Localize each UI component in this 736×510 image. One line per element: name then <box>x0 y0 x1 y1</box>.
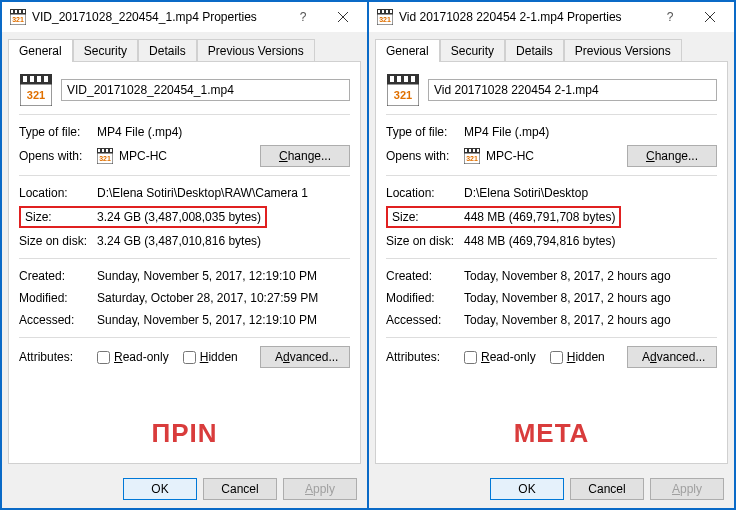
close-button[interactable] <box>690 3 730 31</box>
change-button[interactable]: Change... <box>627 145 717 167</box>
svg-rect-19 <box>106 149 108 152</box>
created-value: Today, November 8, 2017, 2 hours ago <box>464 269 717 283</box>
advanced-button[interactable]: Advanced... <box>627 346 717 368</box>
file-icon: 321 <box>386 74 420 106</box>
mpc-icon: 321 <box>464 148 480 164</box>
type-label: Type of file: <box>19 125 97 139</box>
dialog-footer: OK Cancel Apply <box>2 470 367 508</box>
svg-rect-13 <box>44 76 48 82</box>
svg-rect-11 <box>30 76 34 82</box>
location-label: Location: <box>386 186 464 200</box>
readonly-checkbox[interactable]: Read-only <box>97 350 169 364</box>
mpc-icon: 321 <box>377 9 393 25</box>
change-button[interactable]: Change... <box>260 145 350 167</box>
modified-value: Today, November 8, 2017, 2 hours ago <box>464 291 717 305</box>
hidden-checkbox[interactable]: Hidden <box>550 350 605 364</box>
svg-rect-35 <box>404 76 408 82</box>
svg-rect-12 <box>37 76 41 82</box>
window-title: VID_20171028_220454_1.mp4 Properties <box>32 10 257 24</box>
svg-rect-1 <box>11 10 13 13</box>
opens-with-value: MPC-HC <box>486 149 627 163</box>
svg-rect-36 <box>411 76 415 82</box>
size-value: 3.24 GB (3,487,008,035 bytes) <box>97 206 350 228</box>
attributes-label: Attributes: <box>386 350 464 364</box>
svg-rect-42 <box>473 149 475 152</box>
svg-text:321: 321 <box>27 89 45 101</box>
cancel-button[interactable]: Cancel <box>570 478 644 500</box>
attributes-label: Attributes: <box>19 350 97 364</box>
svg-text:321: 321 <box>394 89 412 101</box>
readonly-checkbox[interactable]: Read-only <box>464 350 536 364</box>
tab-general[interactable]: General <box>8 39 73 62</box>
location-label: Location: <box>19 186 97 200</box>
panel-general: 321 Type of file: MP4 File (.mp4) Opens … <box>8 61 361 464</box>
svg-rect-10 <box>23 76 27 82</box>
ok-button[interactable]: OK <box>123 478 197 500</box>
svg-rect-40 <box>465 149 467 152</box>
size-on-disk-label: Size on disk: <box>19 234 97 248</box>
svg-rect-43 <box>477 149 479 152</box>
filename-input[interactable] <box>428 79 717 101</box>
svg-rect-27 <box>390 10 392 13</box>
file-icon: 321 <box>19 74 53 106</box>
titlebar[interactable]: 321 VID_20171028_220454_1.mp4 Properties… <box>2 2 367 32</box>
svg-rect-26 <box>386 10 388 13</box>
apply-button[interactable]: Apply <box>650 478 724 500</box>
filename-input[interactable] <box>61 79 350 101</box>
help-button[interactable]: ? <box>283 3 323 31</box>
tab-security[interactable]: Security <box>440 39 505 62</box>
svg-rect-24 <box>378 10 380 13</box>
opens-with-label: Opens with: <box>386 149 464 163</box>
svg-rect-17 <box>98 149 100 152</box>
help-button[interactable]: ? <box>650 3 690 31</box>
modified-value: Saturday, October 28, 2017, 10:27:59 PM <box>97 291 350 305</box>
mpc-icon: 321 <box>97 148 113 164</box>
svg-text:321: 321 <box>466 155 478 162</box>
svg-rect-34 <box>397 76 401 82</box>
window-title: Vid 20171028 220454 2-1.mp4 Properties <box>399 10 622 24</box>
apply-button[interactable]: Apply <box>283 478 357 500</box>
hidden-checkbox[interactable]: Hidden <box>183 350 238 364</box>
modified-label: Modified: <box>386 291 464 305</box>
window-controls: ? <box>283 3 363 31</box>
size-on-disk-value: 3.24 GB (3,487,010,816 bytes) <box>97 234 350 248</box>
close-button[interactable] <box>323 3 363 31</box>
tab-security[interactable]: Security <box>73 39 138 62</box>
created-label: Created: <box>386 269 464 283</box>
size-on-disk-label: Size on disk: <box>386 234 464 248</box>
properties-window-right: 321 Vid 20171028 220454 2-1.mp4 Properti… <box>368 1 735 509</box>
svg-rect-33 <box>390 76 394 82</box>
svg-text:321: 321 <box>379 16 391 23</box>
modified-label: Modified: <box>19 291 97 305</box>
tab-details[interactable]: Details <box>505 39 564 62</box>
advanced-button[interactable]: Advanced... <box>260 346 350 368</box>
ok-button[interactable]: OK <box>490 478 564 500</box>
location-value: D:\Elena Sotiri\Desktop\RAW\Camera 1 <box>97 186 350 200</box>
svg-text:321: 321 <box>12 16 24 23</box>
cancel-button[interactable]: Cancel <box>203 478 277 500</box>
size-label: Size: <box>386 206 464 228</box>
titlebar[interactable]: 321 Vid 20171028 220454 2-1.mp4 Properti… <box>369 2 734 32</box>
svg-rect-3 <box>19 10 21 13</box>
accessed-label: Accessed: <box>386 313 464 327</box>
created-value: Sunday, November 5, 2017, 12:19:10 PM <box>97 269 350 283</box>
svg-rect-18 <box>102 149 104 152</box>
accessed-value: Sunday, November 5, 2017, 12:19:10 PM <box>97 313 350 327</box>
tab-previous-versions[interactable]: Previous Versions <box>197 39 315 62</box>
opens-with-label: Opens with: <box>19 149 97 163</box>
svg-text:321: 321 <box>99 155 111 162</box>
created-label: Created: <box>19 269 97 283</box>
panel-general: 321 Type of file: MP4 File (.mp4) Opens … <box>375 61 728 464</box>
size-value: 448 MB (469,791,708 bytes) <box>464 206 717 228</box>
tab-details[interactable]: Details <box>138 39 197 62</box>
size-label: Size: <box>19 206 97 228</box>
properties-window-left: 321 VID_20171028_220454_1.mp4 Properties… <box>1 1 368 509</box>
svg-rect-25 <box>382 10 384 13</box>
tab-previous-versions[interactable]: Previous Versions <box>564 39 682 62</box>
svg-rect-4 <box>23 10 25 13</box>
type-value: MP4 File (.mp4) <box>464 125 717 139</box>
tabstrip: General Security Details Previous Versio… <box>2 32 367 61</box>
after-label: META <box>514 418 590 449</box>
accessed-label: Accessed: <box>19 313 97 327</box>
tab-general[interactable]: General <box>375 39 440 62</box>
